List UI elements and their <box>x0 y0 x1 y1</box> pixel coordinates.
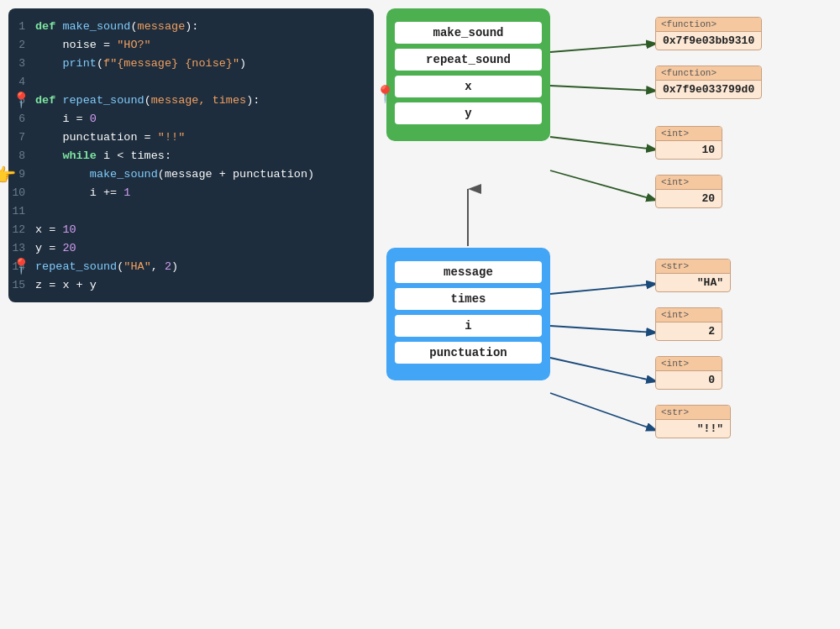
line-content-10: i += 1 <box>35 186 374 199</box>
line-number-15: 15 <box>8 279 35 291</box>
global-var-y: y <box>395 102 542 124</box>
value-content-7: 0 <box>656 371 722 389</box>
pin-line-5: 📍 <box>12 91 30 109</box>
token-plain: ( <box>130 20 137 33</box>
value-box-str-excl: <str> "!!" <box>655 405 731 438</box>
value-content-1: 0x7f9e03bb9310 <box>656 32 761 50</box>
code-line-4: 4 <box>8 72 374 91</box>
line-number-12: 12 <box>8 223 35 236</box>
token-string: "HA" <box>123 260 150 273</box>
token-number: 10 <box>62 223 76 236</box>
token-plain: ) <box>171 260 178 273</box>
diagram: make_sound repeat_sound x y message time… <box>386 8 832 495</box>
line-number-6: 6 <box>8 113 35 125</box>
token-kw: def <box>35 94 62 107</box>
token-kw: def <box>35 20 62 33</box>
line-content-3: print(f"{message} {noise}") <box>35 57 374 70</box>
token-number: 2 <box>165 260 171 273</box>
code-line-1: 1def make_sound(message): <box>8 17 374 35</box>
token-number: 20 <box>62 242 76 254</box>
line-content-5: def repeat_sound(message, times): <box>35 94 374 107</box>
token-plain: i += <box>35 186 123 199</box>
global-var-x: x <box>395 76 542 97</box>
value-box-int-0: <int> 0 <box>655 356 722 390</box>
local-frame: message times i punctuation <box>386 248 550 380</box>
value-content-4: 20 <box>656 190 722 207</box>
code-line-8: 8 while i < times: <box>8 146 374 165</box>
type-label-2: <function> <box>656 66 761 81</box>
local-var-punctuation: punctuation <box>395 342 542 364</box>
value-box-int-10: <int> 10 <box>655 126 722 160</box>
code-line-6: 6 i = 0 <box>8 109 374 128</box>
value-content-8: "!!" <box>656 420 730 438</box>
token-plain: , <box>151 260 165 273</box>
line-number-1: 1 <box>8 20 35 33</box>
line-content-2: noise = "HO?" <box>35 39 374 51</box>
line-content-14: repeat_sound("HA", 2) <box>35 260 374 273</box>
line-number-13: 13 <box>8 242 35 254</box>
value-content-2: 0x7f9e033799d0 <box>656 81 761 98</box>
line-number-2: 2 <box>8 39 35 51</box>
svg-line-4 <box>550 284 655 294</box>
pin-line-14: 📍 <box>12 257 30 275</box>
code-line-9: 👉9 make_sound(message + punctuation) <box>8 165 374 183</box>
svg-line-3 <box>550 170 655 200</box>
line-number-10: 10 <box>8 186 35 199</box>
code-line-5: 📍5def repeat_sound(message, times): <box>8 91 374 109</box>
svg-line-5 <box>550 326 655 333</box>
value-box-int-2: <int> 2 <box>655 307 722 341</box>
code-line-3: 3 print(f"{message} {noise}") <box>8 54 374 72</box>
token-param: message <box>138 20 186 33</box>
value-box-function-1: <function> 0x7f9e03bb9310 <box>655 17 762 50</box>
local-var-i: i <box>395 315 542 337</box>
line-number-4: 4 <box>8 76 35 88</box>
svg-line-0 <box>550 44 655 52</box>
token-fn-name: repeat_sound <box>35 260 117 273</box>
value-box-function-2: <function> 0x7f9e033799d0 <box>655 66 762 99</box>
code-line-7: 7 punctuation = "!!" <box>8 128 374 146</box>
global-var-make-sound: make_sound <box>395 22 542 44</box>
code-line-2: 2 noise = "HO?" <box>8 35 374 54</box>
line-number-11: 11 <box>8 205 35 218</box>
type-label-1: <function> <box>656 18 761 32</box>
token-plain: ): <box>246 94 260 107</box>
token-string: "HO?" <box>117 39 151 51</box>
value-box-str-ha: <str> "HA" <box>655 259 731 292</box>
line-number-8: 8 <box>8 149 35 162</box>
line-number-3: 3 <box>8 57 35 70</box>
token-plain: (message + punctuation) <box>158 168 314 181</box>
line-content-6: i = 0 <box>35 113 374 125</box>
token-param: message, times <box>151 94 246 107</box>
line-content-1: def make_sound(message): <box>35 20 374 33</box>
type-label-6: <int> <box>656 308 722 322</box>
line-content-8: while i < times: <box>35 149 374 162</box>
code-panel: 1def make_sound(message):2 noise = "HO?"… <box>8 8 374 302</box>
token-builtin: make_sound <box>35 168 158 181</box>
token-number: 1 <box>123 186 130 199</box>
token-number: 0 <box>90 113 97 125</box>
svg-line-1 <box>550 86 655 91</box>
token-plain: noise = <box>35 39 117 51</box>
line-content-7: punctuation = "!!" <box>35 131 374 144</box>
code-line-13: 13y = 20 <box>8 238 374 257</box>
value-content-5: "HA" <box>656 274 730 291</box>
value-content-3: 10 <box>656 141 722 159</box>
token-builtin: print <box>35 57 97 70</box>
svg-line-2 <box>550 137 655 149</box>
svg-line-6 <box>550 358 655 381</box>
type-label-8: <str> <box>656 406 730 420</box>
line-content-9: make_sound(message + punctuation) <box>35 168 374 181</box>
token-string: "!!" <box>158 131 185 144</box>
code-line-14: 📍14repeat_sound("HA", 2) <box>8 257 374 275</box>
token-plain: punctuation = <box>35 131 158 144</box>
type-label-5: <str> <box>656 259 730 274</box>
type-label-3: <int> <box>656 127 722 141</box>
token-plain: y = <box>35 242 62 254</box>
code-line-12: 12x = 10 <box>8 220 374 238</box>
line-content-13: y = 20 <box>35 242 374 254</box>
code-line-11: 11 <box>8 202 374 220</box>
line-number-7: 7 <box>8 131 35 144</box>
pin-global: 📍 <box>375 84 396 104</box>
token-string: f"{message} {noise}" <box>103 57 239 70</box>
token-plain: ) <box>239 57 246 70</box>
